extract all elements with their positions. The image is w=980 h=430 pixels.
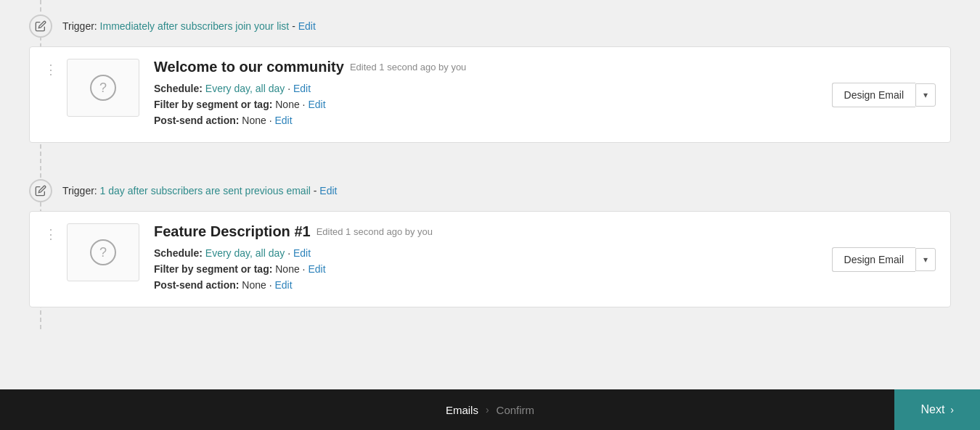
postsend-value-1: None <box>242 115 266 126</box>
breadcrumb: Emails › Confirm <box>446 404 534 416</box>
email-edited-1: Edited 1 second ago by you <box>350 62 466 73</box>
filter-label-2: Filter by segment or tag: <box>154 263 272 275</box>
edit-icon-1 <box>35 20 46 32</box>
drag-handle-1[interactable]: ⋮ <box>44 59 58 78</box>
trigger1-icon <box>29 15 52 38</box>
schedule-edit-1[interactable]: Edit <box>293 83 311 94</box>
postsend-edit-1[interactable]: Edit <box>275 115 293 126</box>
design-email-dropdown-1[interactable]: ▾ <box>915 83 936 107</box>
thumbnail-question-icon-2: ? <box>90 239 116 265</box>
email-title-row-2: Feature Description #1 Edited 1 second a… <box>154 223 832 240</box>
postsend-edit-2[interactable]: Edit <box>275 279 293 291</box>
trigger1-description: Immediately after subscribers join your … <box>100 20 290 32</box>
postsend-line-2: Post-send action: None · Edit <box>154 279 832 291</box>
schedule-label-2: Schedule: <box>154 247 203 259</box>
schedule-line-1: Schedule: Every day, all day · Edit <box>154 83 832 94</box>
schedule-label-1: Schedule: <box>154 83 203 94</box>
trigger1-separator: - <box>292 20 298 32</box>
design-email-dropdown-2[interactable]: ▾ <box>915 248 936 271</box>
thumbnail-question-icon-1: ? <box>90 75 116 101</box>
drag-handle-2[interactable]: ⋮ <box>44 223 58 242</box>
next-arrow-icon: › <box>950 404 954 415</box>
next-button[interactable]: Next › <box>894 389 980 430</box>
postsend-sep-1: · <box>269 115 275 126</box>
schedule-line-2: Schedule: Every day, all day · Edit <box>154 247 832 259</box>
schedule-value-1: Every day, all day <box>205 83 285 94</box>
email-details-2: Feature Description #1 Edited 1 second a… <box>154 223 832 295</box>
postsend-label-1: Post-send action: <box>154 115 239 126</box>
trigger1-label: Trigger: <box>62 20 97 32</box>
filter-value-2: None <box>275 263 299 275</box>
email-details-1: Welcome to our community Edited 1 second… <box>154 59 832 131</box>
trigger2-text: Trigger: 1 day after subscribers are sen… <box>62 185 337 197</box>
email-card-2: ⋮ ? Feature Description #1 Edited 1 seco… <box>29 211 951 307</box>
email-edited-2: Edited 1 second ago by you <box>317 226 433 237</box>
filter-edit-2[interactable]: Edit <box>308 263 325 275</box>
email-thumbnail-1: ? <box>67 59 139 117</box>
filter-value-1: None <box>275 99 299 110</box>
postsend-value-2: None <box>242 279 266 291</box>
postsend-label-2: Post-send action: <box>154 279 239 291</box>
email-card-1: ⋮ ? Welcome to our community Edited 1 se… <box>29 46 951 143</box>
trigger2-row: Trigger: 1 day after subscribers are sen… <box>29 179 951 202</box>
breadcrumb-separator: › <box>486 404 489 415</box>
schedule-sep-1: · <box>287 83 293 94</box>
postsend-line-1: Post-send action: None · Edit <box>154 115 832 126</box>
filter-line-1: Filter by segment or tag: None · Edit <box>154 99 832 110</box>
breadcrumb-emails: Emails <box>446 404 478 416</box>
trigger1-edit-link[interactable]: Edit <box>298 20 316 32</box>
schedule-value-2: Every day, all day <box>205 247 285 259</box>
edit-icon-2 <box>35 185 46 197</box>
schedule-edit-2[interactable]: Edit <box>293 247 311 259</box>
trigger2-icon <box>29 179 52 202</box>
main-content: Trigger: Immediately after subscribers j… <box>0 0 980 387</box>
filter-edit-1[interactable]: Edit <box>308 99 325 110</box>
schedule-sep-2: · <box>287 247 293 259</box>
design-email-btn-1: Design Email ▾ <box>832 83 936 107</box>
email-title-2: Feature Description #1 <box>154 223 311 240</box>
email-title-1: Welcome to our community <box>154 59 344 75</box>
bottom-bar: Emails › Confirm Next › <box>0 389 980 430</box>
filter-label-1: Filter by segment or tag: <box>154 99 272 110</box>
breadcrumb-confirm: Confirm <box>497 404 535 416</box>
email-thumbnail-2: ? <box>67 223 139 281</box>
spacer <box>29 165 951 179</box>
design-email-main-1[interactable]: Design Email <box>832 83 915 107</box>
design-email-main-2[interactable]: Design Email <box>832 247 915 272</box>
email-title-row-1: Welcome to our community Edited 1 second… <box>154 59 832 75</box>
trigger2-description: 1 day after subscribers are sent previou… <box>100 185 311 197</box>
trigger1-row: Trigger: Immediately after subscribers j… <box>29 15 951 38</box>
next-label: Next <box>920 403 944 416</box>
trigger2-label: Trigger: <box>62 185 97 197</box>
postsend-sep-2: · <box>269 279 275 291</box>
design-email-btn-2: Design Email ▾ <box>832 247 936 272</box>
filter-line-2: Filter by segment or tag: None · Edit <box>154 263 832 275</box>
trigger2-edit-link[interactable]: Edit <box>319 185 337 197</box>
trigger1-text: Trigger: Immediately after subscribers j… <box>62 20 316 32</box>
